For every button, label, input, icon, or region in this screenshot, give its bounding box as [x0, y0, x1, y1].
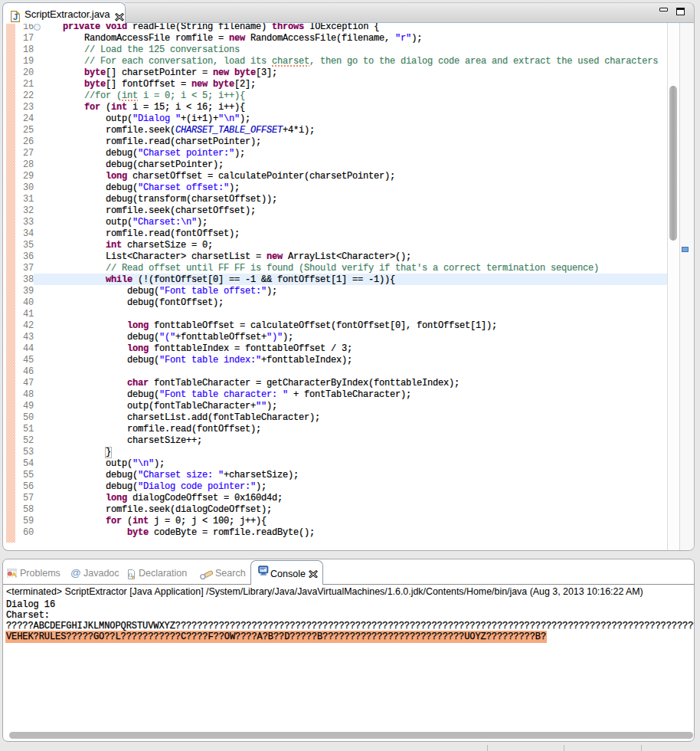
svg-text:J: J: [13, 12, 18, 21]
